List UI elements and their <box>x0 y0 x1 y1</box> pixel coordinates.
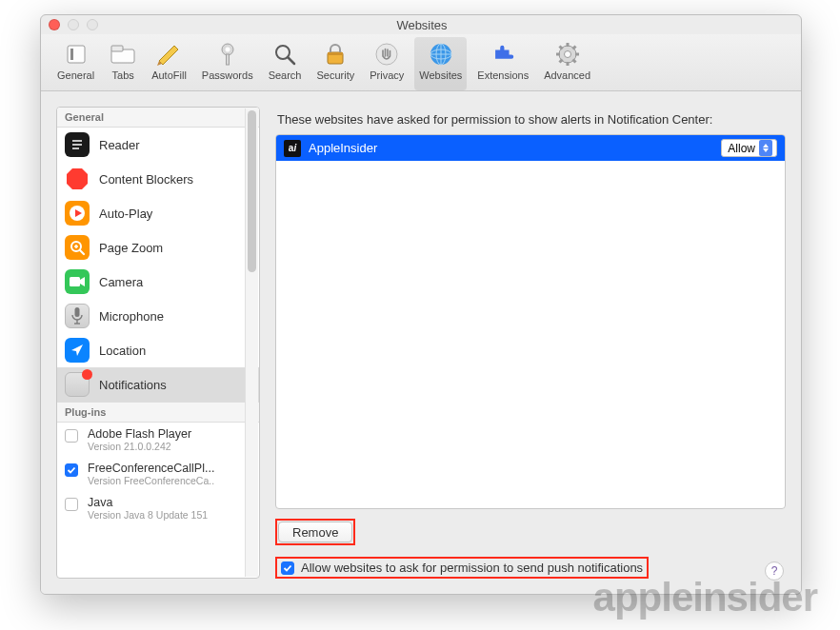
svg-rect-3 <box>111 46 123 51</box>
plugin-row-flash[interactable]: Adobe Flash Player Version 21.0.0.242 <box>57 423 259 457</box>
toolbar-security[interactable]: Security <box>311 37 359 90</box>
highlight-remove: Remove <box>275 519 355 545</box>
sidebar-scrollbar[interactable] <box>245 108 258 577</box>
sidebar-item-label: Auto-Play <box>99 207 152 221</box>
plugin-name: Java <box>88 496 208 509</box>
plugin-row-freeconference[interactable]: FreeConferenceCallPl... Version FreeConf… <box>57 457 259 491</box>
select-caret-icon <box>759 140 772 156</box>
plugin-name: Adobe Flash Player <box>88 427 191 441</box>
plugin-name: FreeConferenceCallPl... <box>88 462 214 475</box>
plugin-row-java[interactable]: Java Version Java 8 Update 151 <box>57 491 259 525</box>
sidebar-item-label: Camera <box>99 275 143 289</box>
sidebar-item-label: Notifications <box>99 378 167 392</box>
plugin-checkbox[interactable] <box>65 498 78 511</box>
toolbar-general[interactable]: General <box>52 37 99 90</box>
globe-icon <box>428 41 454 68</box>
svg-line-25 <box>572 47 575 49</box>
svg-rect-1 <box>70 49 73 60</box>
svg-point-5 <box>225 48 230 52</box>
svg-rect-10 <box>328 52 343 55</box>
sidebar-item-label: Page Zoom <box>99 241 163 255</box>
remove-button[interactable]: Remove <box>278 522 352 542</box>
main-panel: These websites have asked for permission… <box>275 107 786 579</box>
permission-value: Allow <box>728 142 755 155</box>
window-title: Websites <box>50 18 793 32</box>
permission-select[interactable]: Allow <box>721 139 777 157</box>
toolbar-websites[interactable]: Websites <box>414 37 467 90</box>
sidebar-header-general: General <box>57 108 259 128</box>
websites-list: ai AppleInsider Allow <box>275 134 786 509</box>
gear-icon <box>554 41 581 68</box>
svg-point-11 <box>376 44 397 65</box>
stop-icon <box>65 167 90 191</box>
microphone-icon <box>65 304 90 328</box>
site-favicon: ai <box>284 140 301 157</box>
sidebar-item-label: Location <box>99 344 146 358</box>
play-icon <box>65 201 90 226</box>
autofill-icon <box>155 41 182 68</box>
toolbar-extensions[interactable]: Extensions <box>472 37 533 90</box>
zoom-icon <box>65 235 90 260</box>
camera-icon <box>65 269 90 294</box>
sidebar-item-notifications[interactable]: Notifications <box>57 367 259 402</box>
svg-line-34 <box>80 250 84 254</box>
help-button[interactable]: ? <box>765 561 784 581</box>
reader-icon <box>65 132 90 157</box>
toolbar-advanced[interactable]: Advanced <box>539 37 595 90</box>
sidebar-item-label: Reader <box>99 138 140 152</box>
svg-rect-37 <box>70 277 80 286</box>
sidebar-header-plugins: Plug-ins <box>57 402 259 423</box>
svg-line-26 <box>559 60 562 63</box>
svg-rect-0 <box>68 46 85 63</box>
puzzle-icon <box>490 41 516 68</box>
sidebar-item-label: Microphone <box>99 309 164 324</box>
svg-rect-6 <box>226 54 229 65</box>
sidebar-item-microphone[interactable]: Microphone <box>57 299 259 333</box>
plugin-checkbox[interactable] <box>65 429 78 443</box>
titlebar: Websites <box>41 15 801 34</box>
sidebar-item-auto-play[interactable]: Auto-Play <box>57 196 259 230</box>
svg-line-24 <box>572 60 575 63</box>
search-icon <box>271 41 298 68</box>
notifications-icon <box>65 372 90 397</box>
plugin-version: Version Java 8 Update 151 <box>88 509 208 521</box>
sidebar-item-content-blockers[interactable]: Content Blockers <box>57 162 259 196</box>
svg-marker-42 <box>71 345 83 356</box>
sidebar-item-page-zoom[interactable]: Page Zoom <box>57 230 259 265</box>
lock-icon <box>322 41 349 68</box>
allow-checkbox-label: Allow websites to ask for permission to … <box>301 561 643 575</box>
toolbar-passwords[interactable]: Passwords <box>197 37 258 90</box>
sidebar-item-camera[interactable]: Camera <box>57 265 259 299</box>
toolbar-autofill[interactable]: AutoFill <box>147 37 191 90</box>
sidebar-item-location[interactable]: Location <box>57 333 259 367</box>
svg-rect-39 <box>75 307 80 317</box>
plugin-version: Version FreeConferenceCa.. <box>88 475 214 486</box>
toolbar-tabs[interactable]: Tabs <box>105 37 141 90</box>
preferences-window: Websites General Tabs AutoFill Passwords <box>40 14 802 595</box>
sidebar-item-reader[interactable]: Reader <box>57 128 259 162</box>
allow-checkbox[interactable] <box>281 561 294 575</box>
website-row[interactable]: ai AppleInsider Allow <box>276 135 785 161</box>
general-icon <box>63 41 90 68</box>
svg-marker-30 <box>67 168 88 189</box>
sidebar-item-label: Content Blockers <box>99 172 193 187</box>
svg-line-23 <box>559 47 562 49</box>
key-icon <box>214 41 241 68</box>
content-area: General Reader Content Blockers Auto-Pla… <box>41 91 801 594</box>
svg-marker-38 <box>80 277 85 286</box>
toolbar-privacy[interactable]: Privacy <box>365 37 409 90</box>
toolbar-search[interactable]: Search <box>264 37 307 90</box>
hand-icon <box>373 41 400 68</box>
main-description: These websites have asked for permission… <box>277 112 784 127</box>
sidebar: General Reader Content Blockers Auto-Pla… <box>56 107 260 579</box>
plugin-checkbox[interactable] <box>65 463 78 477</box>
highlight-allow: Allow websites to ask for permission to … <box>275 557 649 579</box>
toolbar: General Tabs AutoFill Passwords Search <box>41 34 801 91</box>
plugin-version: Version 21.0.0.242 <box>88 441 191 452</box>
svg-point-18 <box>564 51 570 58</box>
location-icon <box>65 338 90 363</box>
site-name: AppleInsider <box>309 141 377 155</box>
tabs-icon <box>110 41 136 68</box>
svg-line-8 <box>288 57 294 64</box>
